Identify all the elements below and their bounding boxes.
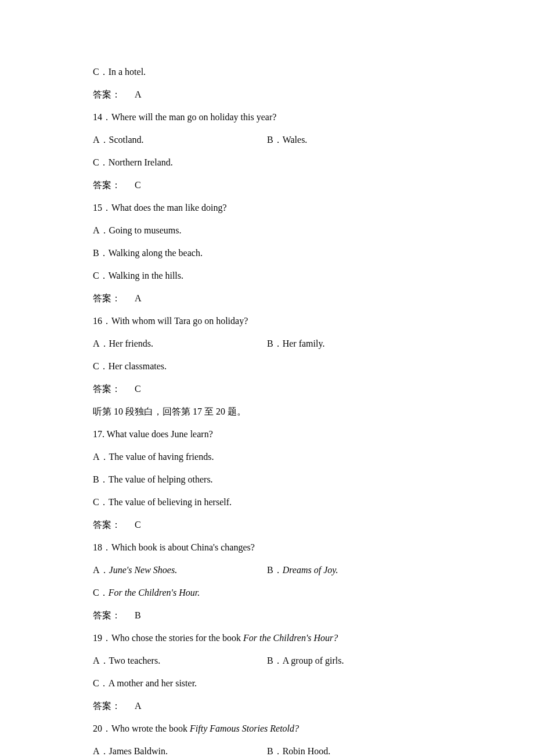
q18-option-b: B．Dreams of Joy. bbox=[267, 563, 441, 577]
q16-option-b: B．Her family. bbox=[267, 337, 441, 351]
answer-17: 答案：C bbox=[93, 518, 441, 532]
q18-option-c: C．For the Children's Hour. bbox=[93, 586, 441, 600]
answer-letter: B bbox=[135, 610, 141, 620]
book-title: For the Children's Hour? bbox=[243, 633, 338, 643]
question-prefix: 20．Who wrote the book bbox=[93, 723, 190, 733]
q20-option-a: A．James Baldwin. bbox=[93, 744, 267, 756]
answer-letter: A bbox=[135, 89, 142, 99]
q17-text: 17. What value does June learn? bbox=[93, 427, 441, 441]
answer-14: 答案：C bbox=[93, 178, 441, 192]
book-title: Fifty Famous Stories Retold? bbox=[190, 723, 299, 733]
q17-option-b: B．The value of helping others. bbox=[93, 473, 441, 487]
book-title: For the Children's Hour. bbox=[109, 588, 200, 597]
q14-option-b: B．Wales. bbox=[267, 133, 441, 147]
question-prefix: 19．Who chose the stories for the book bbox=[93, 633, 243, 643]
answer-letter: C bbox=[135, 384, 141, 394]
book-title: Dreams of Joy. bbox=[283, 565, 338, 575]
answer-label: 答案： bbox=[93, 610, 121, 620]
answer-letter: C bbox=[135, 180, 141, 190]
q18-option-a: A．June's New Shoes. bbox=[93, 563, 267, 577]
q16-text: 16．With whom will Tara go on holiday? bbox=[93, 314, 441, 328]
option-prefix: A． bbox=[93, 565, 109, 575]
answer-label: 答案： bbox=[93, 180, 121, 190]
answer-label: 答案： bbox=[93, 520, 121, 530]
option-prefix: B． bbox=[267, 565, 283, 575]
q19-option-a: A．Two teachers. bbox=[93, 654, 267, 668]
answer-letter: A bbox=[135, 701, 142, 711]
q17-option-c: C．The value of believing in herself. bbox=[93, 495, 441, 509]
q15-option-c: C．Walking in the hills. bbox=[93, 269, 441, 283]
q14-options-row: A．Scotland. B．Wales. bbox=[93, 133, 441, 147]
q14-option-c: C．Northern Ireland. bbox=[93, 156, 441, 170]
q18-options-row: A．June's New Shoes. B．Dreams of Joy. bbox=[93, 563, 441, 577]
answer-letter: C bbox=[135, 520, 141, 530]
section-instruction: 听第 10 段独白，回答第 17 至 20 题。 bbox=[93, 405, 441, 419]
q16-options-row: A．Her friends. B．Her family. bbox=[93, 337, 441, 351]
answer-18: 答案：B bbox=[93, 609, 441, 622]
q17-option-a: A．The value of having friends. bbox=[93, 450, 441, 464]
q16-option-a: A．Her friends. bbox=[93, 337, 267, 351]
q20-options-row: A．James Baldwin. B．Robin Hood. bbox=[93, 744, 441, 756]
answer-16: 答案：C bbox=[93, 382, 441, 396]
q20-text: 20．Who wrote the book Fifty Famous Stori… bbox=[93, 722, 441, 736]
q15-option-a: A．Going to museums. bbox=[93, 224, 441, 237]
q13-option-c: C．In a hotel. bbox=[93, 65, 441, 79]
book-title: June's New Shoes. bbox=[109, 565, 178, 575]
q20-option-b: B．Robin Hood. bbox=[267, 744, 441, 756]
answer-letter: A bbox=[135, 293, 142, 303]
q15-option-b: B．Walking along the beach. bbox=[93, 246, 441, 260]
q18-text: 18．Which book is about China's changes? bbox=[93, 541, 441, 555]
q16-option-c: C．Her classmates. bbox=[93, 359, 441, 373]
answer-label: 答案： bbox=[93, 701, 121, 711]
q19-options-row: A．Two teachers. B．A group of girls. bbox=[93, 654, 441, 668]
answer-label: 答案： bbox=[93, 293, 121, 303]
answer-label: 答案： bbox=[93, 89, 121, 99]
q19-option-b: B．A group of girls. bbox=[267, 654, 441, 668]
answer-19: 答案：A bbox=[93, 699, 441, 713]
answer-15: 答案：A bbox=[93, 291, 441, 305]
q19-text: 19．Who chose the stories for the book Fo… bbox=[93, 631, 441, 645]
q14-option-a: A．Scotland. bbox=[93, 133, 267, 147]
answer-13: 答案：A bbox=[93, 88, 441, 102]
option-prefix: C． bbox=[93, 588, 109, 597]
q19-option-c: C．A mother and her sister. bbox=[93, 676, 441, 690]
answer-label: 答案： bbox=[93, 384, 121, 394]
q14-text: 14．Where will the man go on holiday this… bbox=[93, 110, 441, 124]
q15-text: 15．What does the man like doing? bbox=[93, 201, 441, 215]
